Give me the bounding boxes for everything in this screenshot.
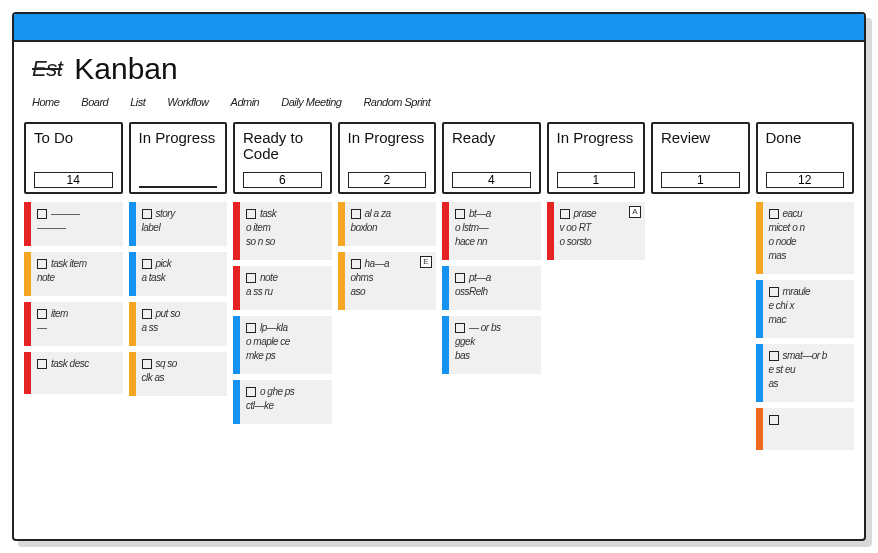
card-line: ohms	[351, 272, 431, 284]
card-line: e st eu	[769, 364, 849, 376]
card-line: clk as	[142, 372, 222, 384]
card-icon	[351, 259, 361, 269]
column: Done12eacumicet o no nodemasmraulee chi …	[756, 122, 855, 450]
card[interactable]: eacumicet o no nodemas	[756, 202, 855, 274]
card-icon	[455, 323, 465, 333]
card[interactable]: sq soclk as	[129, 352, 228, 396]
card[interactable]: task itemnote	[24, 252, 123, 296]
card-list: al a zaboxlonha—aohmsasoE	[338, 202, 437, 310]
card[interactable]: smat—or be st euas	[756, 344, 855, 402]
window-topbar	[14, 14, 864, 42]
card[interactable]: — or bsggekbas	[442, 316, 541, 374]
column-header[interactable]: To Do14	[24, 122, 123, 194]
column-title: In Progress	[348, 130, 427, 146]
card-icon	[142, 359, 152, 369]
column: Review1	[651, 122, 750, 450]
column: Ready to Code6tasko itemso n sonotea ss …	[233, 122, 332, 450]
column-header[interactable]: Ready4	[442, 122, 541, 194]
card-line: label	[142, 222, 222, 234]
card-line: a ss	[142, 322, 222, 334]
card[interactable]: mraulee chi xmac	[756, 280, 855, 338]
card[interactable]: prasev oo RTo sorstoA	[547, 202, 646, 260]
column: In Progress2al a zaboxlonha—aohmsasoE	[338, 122, 437, 450]
card-line: pt—a	[455, 272, 535, 284]
column-title: Review	[661, 130, 740, 146]
card[interactable]: pt—aossRelh	[442, 266, 541, 310]
card-icon	[37, 259, 47, 269]
card-icon	[37, 359, 47, 369]
menu-item[interactable]: Random Sprint	[363, 96, 430, 108]
menu-item[interactable]: Workflow	[167, 96, 208, 108]
card[interactable]: ——————	[24, 202, 123, 246]
card[interactable]: tasko itemso n so	[233, 202, 332, 260]
card-line: prase	[560, 208, 640, 220]
card[interactable]: al a zaboxlon	[338, 202, 437, 246]
card-icon	[37, 309, 47, 319]
header: Est Kanban Home Board List Workflow Admi…	[14, 42, 864, 112]
column-count: 12	[766, 172, 845, 188]
card-line: v oo RT	[560, 222, 640, 234]
card[interactable]: picka task	[129, 252, 228, 296]
column-header[interactable]: In Progress	[129, 122, 228, 194]
card[interactable]: item—	[24, 302, 123, 346]
column-header[interactable]: In Progress2	[338, 122, 437, 194]
card[interactable]: o ghe psctl—ke	[233, 380, 332, 424]
card[interactable]: storylabel	[129, 202, 228, 246]
card-line: item	[37, 308, 117, 320]
logo: Est	[32, 56, 62, 82]
menu-item[interactable]: Admin	[231, 96, 260, 108]
card-line: boxlon	[351, 222, 431, 234]
card-line: note	[37, 272, 117, 284]
card-icon	[142, 259, 152, 269]
title-row: Est Kanban	[32, 52, 846, 86]
menu-item[interactable]: List	[130, 96, 145, 108]
card-icon	[37, 209, 47, 219]
card-line: — or bs	[455, 322, 535, 334]
column-title: Done	[766, 130, 845, 146]
card-list: ——————task itemnoteitem—task desc	[24, 202, 123, 394]
card-line: ctl—ke	[246, 400, 326, 412]
card-line: —	[37, 322, 117, 334]
card[interactable]: put soa ss	[129, 302, 228, 346]
menu-item[interactable]: Daily Meeting	[281, 96, 341, 108]
card-line: mas	[769, 250, 849, 262]
card-icon	[246, 323, 256, 333]
card-line: smat—or b	[769, 350, 849, 362]
card-line: ossRelh	[455, 286, 535, 298]
card-line: hace nn	[455, 236, 535, 248]
card-icon	[246, 209, 256, 219]
card-line: so n so	[246, 236, 326, 248]
card[interactable]: notea ss ru	[233, 266, 332, 310]
card-line: al a za	[351, 208, 431, 220]
card[interactable]	[756, 408, 855, 450]
column-count: 1	[557, 172, 636, 188]
card[interactable]: lp—klao maple cemke ps	[233, 316, 332, 374]
column-title: In Progress	[139, 130, 218, 146]
card-line: aso	[351, 286, 431, 298]
column-count: 2	[348, 172, 427, 188]
card-icon	[142, 209, 152, 219]
column: In Progressstorylabelpicka taskput soa s…	[129, 122, 228, 450]
column-header[interactable]: Done12	[756, 122, 855, 194]
card-line: micet o n	[769, 222, 849, 234]
kanban-board: To Do14——————task itemnoteitem—task desc…	[14, 112, 864, 450]
column-header[interactable]: Review1	[651, 122, 750, 194]
card-line	[769, 414, 849, 426]
card-line: o maple ce	[246, 336, 326, 348]
card-icon	[769, 287, 779, 297]
menu-item[interactable]: Home	[32, 96, 59, 108]
column-header[interactable]: In Progress1	[547, 122, 646, 194]
column-title: In Progress	[557, 130, 636, 146]
card-icon	[455, 209, 465, 219]
card-line: task item	[37, 258, 117, 270]
card-line: o lstm—	[455, 222, 535, 234]
card-icon	[246, 387, 256, 397]
card-line: ———	[37, 222, 117, 234]
card[interactable]: ha—aohmsasoE	[338, 252, 437, 310]
menu-item[interactable]: Board	[81, 96, 108, 108]
column: To Do14——————task itemnoteitem—task desc	[24, 122, 123, 450]
card-icon	[455, 273, 465, 283]
column-header[interactable]: Ready to Code6	[233, 122, 332, 194]
card[interactable]: bt—ao lstm—hace nn	[442, 202, 541, 260]
card[interactable]: task desc	[24, 352, 123, 394]
